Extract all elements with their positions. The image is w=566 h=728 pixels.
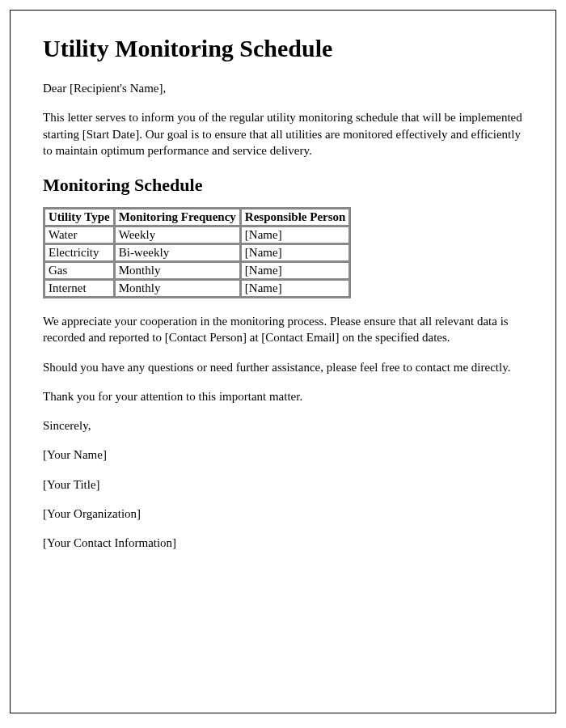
table-row: Internet Monthly [Name] bbox=[44, 280, 349, 297]
cell-responsible: [Name] bbox=[241, 262, 350, 279]
signature-name: [Your Name] bbox=[43, 447, 523, 463]
cell-frequency: Bi-weekly bbox=[115, 244, 240, 261]
signature-title: [Your Title] bbox=[43, 476, 523, 493]
document-page: Utility Monitoring Schedule Dear [Recipi… bbox=[10, 10, 556, 713]
table-header-frequency: Monitoring Frequency bbox=[115, 209, 240, 226]
table-row: Gas Monthly [Name] bbox=[44, 262, 349, 279]
table-header-utility: Utility Type bbox=[44, 209, 114, 226]
closing-line: Sincerely, bbox=[43, 417, 523, 434]
table-header-row: Utility Type Monitoring Frequency Respon… bbox=[44, 209, 349, 226]
questions-paragraph: Should you have any questions or need fu… bbox=[43, 359, 523, 375]
page-title: Utility Monitoring Schedule bbox=[43, 35, 523, 62]
table-header-responsible: Responsible Person bbox=[241, 209, 350, 226]
cooperation-paragraph: We appreciate your cooperation in the mo… bbox=[43, 313, 523, 346]
cell-frequency: Weekly bbox=[115, 226, 240, 243]
cell-responsible: [Name] bbox=[241, 280, 350, 297]
cell-utility: Internet bbox=[44, 280, 114, 297]
cell-frequency: Monthly bbox=[115, 280, 240, 297]
cell-utility: Electricity bbox=[44, 244, 114, 261]
cell-utility: Water bbox=[44, 226, 114, 243]
cell-responsible: [Name] bbox=[241, 226, 350, 243]
table-row: Water Weekly [Name] bbox=[44, 226, 349, 243]
cell-responsible: [Name] bbox=[241, 244, 350, 261]
greeting-line: Dear [Recipient's Name], bbox=[43, 80, 523, 96]
schedule-heading: Monitoring Schedule bbox=[43, 175, 523, 196]
cell-utility: Gas bbox=[44, 262, 114, 279]
intro-paragraph: This letter serves to inform you of the … bbox=[43, 109, 523, 159]
cell-frequency: Monthly bbox=[115, 262, 240, 279]
signature-org: [Your Organization] bbox=[43, 506, 523, 522]
table-row: Electricity Bi-weekly [Name] bbox=[44, 244, 349, 261]
thanks-paragraph: Thank you for your attention to this imp… bbox=[43, 388, 523, 404]
schedule-table: Utility Type Monitoring Frequency Respon… bbox=[43, 207, 351, 298]
signature-contact: [Your Contact Information] bbox=[43, 535, 523, 551]
